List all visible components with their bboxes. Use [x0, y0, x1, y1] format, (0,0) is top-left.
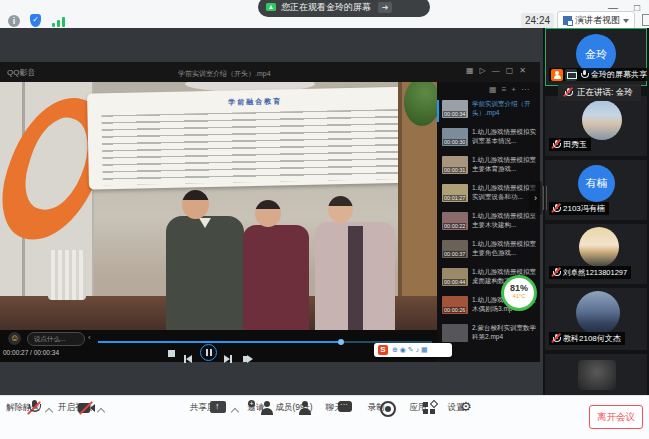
- mic-muted-icon: [551, 139, 561, 150]
- mic-on-icon: [579, 69, 589, 80]
- record-button[interactable]: 录制: [362, 400, 390, 414]
- person-left-head: [182, 190, 209, 219]
- screen-share-mini-icon: [565, 69, 577, 81]
- window-minimize-button[interactable]: —: [608, 2, 618, 13]
- player-titlebar[interactable]: QQ影音 学前实训室介绍（开头）.mp4 ▦▷—▢✕: [0, 62, 540, 82]
- playlist-duration: 00:00:44: [443, 279, 466, 285]
- mic-muted-icon: [551, 333, 561, 344]
- playlist-item[interactable]: 00:01:27 1.幼儿游戏情景模拟室实训室设备和功...: [437, 182, 540, 210]
- participant-name: 刘卓然1213801297: [563, 266, 627, 279]
- sogou-tool-icons[interactable]: ⊕ ◉ ✎ ♪ ▦: [392, 345, 428, 355]
- mic-options-caret[interactable]: [45, 408, 53, 416]
- fullscreen-icon[interactable]: [642, 14, 649, 26]
- settings-button[interactable]: 设置: [442, 400, 470, 414]
- leave-meeting-button[interactable]: 离开会议: [589, 405, 643, 429]
- playlist-item[interactable]: 2.蒙台梭利实训室数学科第2.mp4: [437, 322, 540, 350]
- previous-button[interactable]: [184, 349, 192, 367]
- volume-icon[interactable]: [243, 349, 253, 367]
- stop-button[interactable]: [168, 350, 175, 357]
- seek-bar-handle[interactable]: [338, 339, 344, 345]
- next-button[interactable]: [224, 349, 232, 367]
- speaking-banner: 正在讲话: 金玲: [558, 84, 641, 101]
- scene-radiator: [48, 250, 86, 300]
- avatar: [576, 291, 620, 335]
- playlist-item[interactable]: 00:00:22 1.幼儿游戏情景模拟室主要木块建构...: [437, 210, 540, 238]
- mic-muted-icon: [551, 267, 561, 278]
- player-app-name[interactable]: QQ影音: [7, 67, 35, 78]
- playlist-thumbnail: 00:00:44: [442, 268, 468, 286]
- avatar: [582, 100, 622, 140]
- info-icon[interactable]: i: [8, 15, 20, 27]
- start-video-button[interactable]: 开启视频: [56, 400, 94, 414]
- network-signal-icon[interactable]: [52, 16, 66, 27]
- participant-name-tag: 金玲的屏幕共享: [549, 68, 647, 81]
- playlist-item[interactable]: 00:00:30 1.幼儿游戏情景模拟实训室基本情况...: [437, 126, 540, 154]
- meeting-toolbar: 解除静音 开启视频 共享屏幕 + 邀请 成员(99+) 聊天 录制: [0, 395, 649, 439]
- window-maximize-button[interactable]: □: [634, 2, 640, 13]
- player-window-controls[interactable]: ▦▷—▢✕: [466, 66, 532, 75]
- playlist-item-title: 1.幼儿游戏情景模拟室主要木块建构...: [472, 212, 538, 229]
- invite-button[interactable]: + 邀请: [242, 400, 270, 414]
- sogou-logo-icon[interactable]: S: [378, 345, 388, 355]
- playlist-item[interactable]: 00:00:31 1.幼儿游戏情景模拟室主要体育游戏...: [437, 154, 540, 182]
- player-playlist-panel: ▦≡+⋯ 00:00:34 学前实训室介绍（开头）.mp4 00:00:30: [437, 82, 540, 362]
- danmaku-collapse-icon[interactable]: ‹: [88, 333, 91, 342]
- apps-button[interactable]: 应用: [404, 400, 432, 414]
- share-screen-button[interactable]: 共享屏幕: [186, 400, 228, 414]
- participant-name-tag: 2103冯有楠: [549, 202, 609, 215]
- avatar: [578, 360, 616, 390]
- whiteboard-title: 学前融合教育: [87, 93, 423, 110]
- playlist-item-title: 1.幼儿游戏情景模拟室主要角色游戏...: [472, 240, 538, 257]
- danmaku-emoji-icon[interactable]: ☺: [8, 332, 21, 345]
- participant-tile-fengyounan[interactable]: 有楠 2103冯有楠: [545, 160, 647, 220]
- playlist-thumbnail: 00:00:22: [442, 212, 468, 230]
- share-options-caret[interactable]: [231, 408, 239, 416]
- playlist-item-title: 2.蒙台梭利实训室数学科第2.mp4: [472, 324, 538, 341]
- sidebar-drag-grip[interactable]: [543, 186, 544, 210]
- watching-banner-text: 您正在观看金玲的屏幕: [281, 1, 371, 14]
- playlist-duration: 00:00:30: [443, 139, 466, 145]
- scene-plant: [404, 82, 437, 126]
- person-middle-body: [243, 225, 309, 330]
- exit-watch-icon[interactable]: ➜: [378, 2, 392, 13]
- playlist-item-title: 1.幼儿游戏情景模拟室主要体育游戏...: [472, 156, 538, 173]
- participant-tile-tianxiuyu[interactable]: 田秀玉: [545, 96, 647, 156]
- participant-name-tag: 教科2108何文杰: [549, 332, 625, 345]
- playlist-item[interactable]: 00:00:37 1.幼儿游戏情景模拟室主要角色游戏...: [437, 238, 540, 266]
- playlist-duration: 00:00:34: [443, 111, 466, 117]
- meeting-duration: 24:24: [521, 13, 554, 28]
- chat-button[interactable]: 聊天: [320, 400, 348, 414]
- watching-banner: 您正在观看金玲的屏幕 ➜: [258, 0, 430, 17]
- playlist-thumbnail: 00:00:26: [442, 296, 468, 314]
- playlist-item[interactable]: 00:00:34 学前实训室介绍（开头）.mp4: [437, 98, 540, 126]
- video-frame[interactable]: 学前融合教育: [0, 82, 437, 330]
- person-right-body: [315, 222, 395, 330]
- pause-button[interactable]: [200, 344, 217, 361]
- person-left-body: [166, 216, 244, 330]
- participant-tile-liuzhuoran[interactable]: 刘卓然1213801297: [545, 224, 647, 284]
- danmaku-input[interactable]: 说点什么...: [27, 332, 85, 346]
- participant-name: 田秀玉: [563, 138, 587, 151]
- playlist-thumbnail: 00:00:34: [442, 100, 468, 118]
- playlist-thumbnail: 00:01:27: [442, 184, 468, 202]
- performance-temperature: 41°C: [504, 293, 534, 299]
- unmute-button[interactable]: 解除静音: [4, 400, 42, 414]
- scene-whiteboard: 学前融合教育: [87, 86, 425, 189]
- speaking-banner-text: 正在讲话: 金玲: [577, 87, 633, 99]
- host-icon: [551, 69, 563, 81]
- playlist-item-title: 学前实训室介绍（开头）.mp4: [472, 100, 538, 117]
- participant-name: 2103冯有楠: [563, 202, 605, 215]
- participant-tile-jinling[interactable]: 金玲 金玲的屏幕共享: [545, 28, 647, 86]
- mic-muted-icon: [551, 203, 561, 214]
- playlist-thumbnail: 00:00:31: [442, 156, 468, 174]
- participant-tile-partial[interactable]: [545, 354, 647, 395]
- playlist-view-icons[interactable]: ▦≡+⋯: [489, 85, 534, 94]
- video-options-caret[interactable]: [97, 408, 105, 416]
- playlist-duration: 00:00:22: [443, 223, 466, 229]
- participant-tile-hewenjie[interactable]: 教科2108何文杰: [545, 288, 647, 350]
- performance-float-widget[interactable]: 81% 41°C: [501, 275, 537, 311]
- sogou-input-toolbar[interactable]: S ⊕ ◉ ✎ ♪ ▦: [374, 343, 452, 357]
- chevron-down-icon: [623, 19, 629, 23]
- sidebar-collapse-handle[interactable]: ›: [529, 181, 542, 215]
- members-button[interactable]: 成员(99+): [272, 400, 316, 414]
